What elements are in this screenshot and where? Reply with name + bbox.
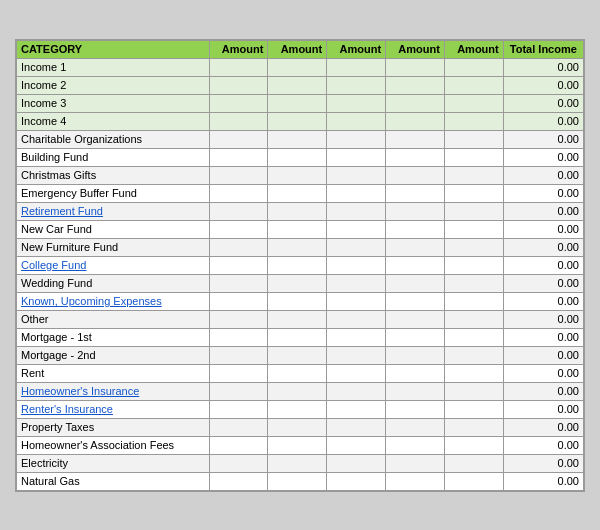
- amount-input-cell[interactable]: [209, 58, 268, 76]
- amount-input-cell[interactable]: [209, 256, 268, 274]
- amount-input-cell[interactable]: [327, 472, 386, 490]
- amount-input-cell[interactable]: [386, 148, 445, 166]
- amount-input-cell[interactable]: [268, 94, 327, 112]
- amount-input-cell[interactable]: [386, 400, 445, 418]
- amount-input-cell[interactable]: [386, 382, 445, 400]
- amount-input-cell[interactable]: [444, 274, 503, 292]
- amount-input-cell[interactable]: [209, 130, 268, 148]
- amount-input-cell[interactable]: [386, 220, 445, 238]
- amount-input-cell[interactable]: [444, 148, 503, 166]
- amount-input-cell[interactable]: [444, 292, 503, 310]
- amount-input-cell[interactable]: [444, 454, 503, 472]
- category-cell[interactable]: College Fund: [17, 256, 210, 274]
- amount-input-cell[interactable]: [386, 364, 445, 382]
- amount-input-cell[interactable]: [209, 364, 268, 382]
- amount-input-cell[interactable]: [268, 454, 327, 472]
- amount-input-cell[interactable]: [444, 202, 503, 220]
- category-cell[interactable]: Known, Upcoming Expenses: [17, 292, 210, 310]
- amount-input-cell[interactable]: [268, 418, 327, 436]
- amount-input-cell[interactable]: [209, 202, 268, 220]
- amount-input-cell[interactable]: [444, 418, 503, 436]
- amount-input-cell[interactable]: [444, 166, 503, 184]
- amount-input-cell[interactable]: [209, 454, 268, 472]
- amount-input-cell[interactable]: [268, 202, 327, 220]
- amount-input-cell[interactable]: [327, 130, 386, 148]
- amount-input-cell[interactable]: [268, 328, 327, 346]
- amount-input-cell[interactable]: [209, 328, 268, 346]
- amount-input-cell[interactable]: [268, 274, 327, 292]
- amount-input-cell[interactable]: [327, 454, 386, 472]
- amount-input-cell[interactable]: [268, 472, 327, 490]
- amount-input-cell[interactable]: [327, 220, 386, 238]
- amount-input-cell[interactable]: [327, 184, 386, 202]
- amount-input-cell[interactable]: [327, 238, 386, 256]
- amount-input-cell[interactable]: [327, 58, 386, 76]
- amount-input-cell[interactable]: [268, 256, 327, 274]
- amount-input-cell[interactable]: [386, 166, 445, 184]
- amount-input-cell[interactable]: [268, 58, 327, 76]
- amount-input-cell[interactable]: [444, 436, 503, 454]
- amount-input-cell[interactable]: [209, 76, 268, 94]
- amount-input-cell[interactable]: [268, 130, 327, 148]
- amount-input-cell[interactable]: [209, 418, 268, 436]
- amount-input-cell[interactable]: [444, 58, 503, 76]
- amount-input-cell[interactable]: [327, 400, 386, 418]
- amount-input-cell[interactable]: [444, 256, 503, 274]
- amount-input-cell[interactable]: [327, 346, 386, 364]
- amount-input-cell[interactable]: [444, 220, 503, 238]
- amount-input-cell[interactable]: [209, 112, 268, 130]
- amount-input-cell[interactable]: [327, 310, 386, 328]
- amount-input-cell[interactable]: [268, 148, 327, 166]
- amount-input-cell[interactable]: [386, 130, 445, 148]
- amount-input-cell[interactable]: [268, 436, 327, 454]
- amount-input-cell[interactable]: [268, 166, 327, 184]
- amount-input-cell[interactable]: [386, 58, 445, 76]
- amount-input-cell[interactable]: [209, 184, 268, 202]
- amount-input-cell[interactable]: [386, 346, 445, 364]
- amount-input-cell[interactable]: [444, 238, 503, 256]
- amount-input-cell[interactable]: [386, 310, 445, 328]
- amount-input-cell[interactable]: [268, 400, 327, 418]
- amount-input-cell[interactable]: [327, 382, 386, 400]
- amount-input-cell[interactable]: [268, 382, 327, 400]
- category-cell[interactable]: Retirement Fund: [17, 202, 210, 220]
- amount-input-cell[interactable]: [386, 472, 445, 490]
- amount-input-cell[interactable]: [386, 328, 445, 346]
- amount-input-cell[interactable]: [327, 148, 386, 166]
- amount-input-cell[interactable]: [327, 436, 386, 454]
- amount-input-cell[interactable]: [268, 112, 327, 130]
- amount-input-cell[interactable]: [327, 292, 386, 310]
- amount-input-cell[interactable]: [209, 148, 268, 166]
- amount-input-cell[interactable]: [386, 184, 445, 202]
- amount-input-cell[interactable]: [209, 346, 268, 364]
- amount-input-cell[interactable]: [327, 256, 386, 274]
- amount-input-cell[interactable]: [268, 310, 327, 328]
- category-cell[interactable]: Homeowner's Insurance: [17, 382, 210, 400]
- amount-input-cell[interactable]: [386, 454, 445, 472]
- amount-input-cell[interactable]: [327, 202, 386, 220]
- amount-input-cell[interactable]: [386, 274, 445, 292]
- amount-input-cell[interactable]: [444, 400, 503, 418]
- amount-input-cell[interactable]: [327, 274, 386, 292]
- amount-input-cell[interactable]: [386, 238, 445, 256]
- amount-input-cell[interactable]: [209, 472, 268, 490]
- category-cell[interactable]: Renter's Insurance: [17, 400, 210, 418]
- amount-input-cell[interactable]: [209, 238, 268, 256]
- amount-input-cell[interactable]: [386, 292, 445, 310]
- amount-input-cell[interactable]: [327, 112, 386, 130]
- amount-input-cell[interactable]: [444, 310, 503, 328]
- amount-input-cell[interactable]: [444, 112, 503, 130]
- amount-input-cell[interactable]: [444, 364, 503, 382]
- amount-input-cell[interactable]: [327, 94, 386, 112]
- amount-input-cell[interactable]: [386, 202, 445, 220]
- amount-input-cell[interactable]: [268, 238, 327, 256]
- amount-input-cell[interactable]: [386, 418, 445, 436]
- amount-input-cell[interactable]: [209, 382, 268, 400]
- amount-input-cell[interactable]: [444, 328, 503, 346]
- amount-input-cell[interactable]: [327, 76, 386, 94]
- amount-input-cell[interactable]: [209, 400, 268, 418]
- amount-input-cell[interactable]: [209, 220, 268, 238]
- amount-input-cell[interactable]: [444, 346, 503, 364]
- amount-input-cell[interactable]: [386, 256, 445, 274]
- amount-input-cell[interactable]: [268, 76, 327, 94]
